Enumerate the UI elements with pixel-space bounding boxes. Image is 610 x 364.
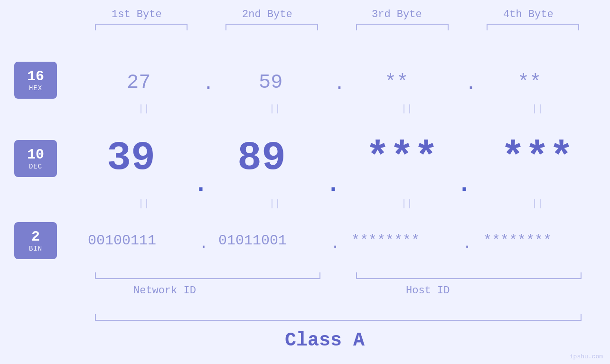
byte4-bin-val: ******** [483, 233, 552, 249]
byte3-bin-val: ******** [351, 233, 420, 249]
byte2-hex-val: 59 [259, 71, 282, 94]
byte4-dec-val: *** [501, 135, 573, 181]
dec-num: 10 [27, 147, 44, 163]
bin-label: BIN [29, 245, 42, 252]
byte3-top-bracket [356, 24, 449, 30]
base-badge-hex: 16 HEX [14, 62, 57, 99]
class-bottom-bracket [95, 314, 582, 321]
byte1-header: 1st Byte [112, 9, 162, 20]
sep-hex-3: . [465, 74, 477, 95]
byte1-top-bracket [95, 24, 188, 30]
byte1-hex-val: 27 [127, 71, 150, 94]
sep-dec-2: . [326, 171, 340, 198]
main-layout: 16 HEX 10 DEC 2 BIN 1st Byte 2nd Byte 3r… [0, 0, 610, 364]
byte2-dec-val: 89 [237, 135, 286, 181]
sep-bin-2: . [331, 236, 339, 252]
eq2-hex-dec: || [269, 103, 281, 114]
hex-label: HEX [29, 84, 42, 92]
eq3-hex-dec: || [401, 103, 413, 114]
eq3-dec-bin: || [401, 198, 413, 209]
byte3-hex-val: ** [385, 71, 408, 94]
eq2-dec-bin: || [269, 198, 281, 209]
sep-hex-1: . [203, 74, 214, 95]
hex-num: 16 [27, 68, 44, 84]
byte4-hex-val: ** [517, 71, 541, 94]
byte3-dec-val: *** [366, 135, 438, 181]
byte4-header: 4th Byte [503, 9, 554, 20]
byte3-header: 3rd Byte [372, 9, 422, 20]
eq4-dec-bin: || [532, 198, 543, 209]
byte2-bin-val: 01011001 [218, 233, 287, 249]
base-badge-bin: 2 BIN [14, 222, 57, 259]
sep-dec-3: . [457, 171, 471, 198]
bin-num: 2 [31, 229, 40, 245]
base-badge-dec: 10 DEC [14, 140, 57, 177]
byte1-dec-val: 39 [107, 135, 155, 181]
eq1-hex-dec: || [138, 103, 150, 114]
byte2-header: 2nd Byte [242, 9, 292, 20]
host-id-label: Host ID [406, 285, 450, 297]
byte1-bin-val: 00100111 [88, 233, 156, 249]
class-label: Class A [285, 330, 365, 351]
sep-bin-1: . [199, 236, 208, 252]
eq4-hex-dec: || [532, 103, 543, 114]
network-id-label: Network ID [133, 285, 196, 297]
sep-dec-1: . [194, 171, 208, 198]
byte4-top-bracket [487, 24, 579, 30]
sep-bin-3: . [463, 236, 471, 252]
dec-label: DEC [29, 163, 42, 170]
byte2-top-bracket [225, 24, 318, 30]
host-id-bottom-bracket [356, 272, 582, 279]
watermark: ipshu.com [570, 353, 603, 360]
network-id-bottom-bracket [95, 272, 320, 279]
eq1-dec-bin: || [138, 198, 150, 209]
sep-hex-2: . [334, 74, 345, 95]
